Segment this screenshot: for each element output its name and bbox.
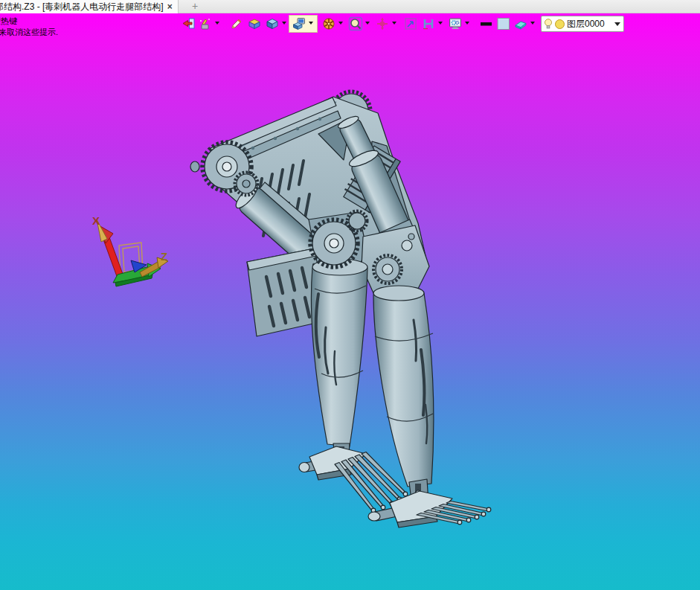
view-triad: X Z <box>92 214 168 286</box>
render-display-dropdown-arrow[interactable] <box>465 22 469 25</box>
layer-color-icon <box>555 19 565 29</box>
layer-eraser-button[interactable] <box>513 16 528 31</box>
display-mode-dropdown-arrow[interactable] <box>309 22 313 25</box>
document-tab[interactable]: 部结构.Z3 - [毒刺机器人电动行走腿部结构] × <box>0 0 179 13</box>
left-shin <box>311 259 367 446</box>
line-width-button[interactable] <box>479 16 494 31</box>
hint-text-line2: 来取消这些提示. <box>0 27 58 38</box>
cad-application-window: X Z <box>0 0 700 590</box>
shaded-cube-dropdown-arrow[interactable] <box>282 22 286 25</box>
frame-arrow-button[interactable] <box>403 16 418 31</box>
layer-eraser-dropdown-arrow[interactable] <box>530 22 535 25</box>
render-display-button[interactable] <box>448 16 463 31</box>
point-target-button[interactable] <box>375 16 390 31</box>
layer-selector[interactable]: 图层0000 <box>541 16 624 32</box>
shaded-cube-button[interactable] <box>265 16 280 31</box>
triad-z-label: Z <box>161 250 167 263</box>
zoom-box-dropdown-arrow[interactable] <box>365 22 370 25</box>
layer-dropdown-arrow[interactable] <box>613 17 622 31</box>
layer-name: 图层0000 <box>567 18 613 31</box>
section-beam-dropdown-arrow[interactable] <box>438 22 443 25</box>
display-mode-button[interactable] <box>292 16 306 31</box>
zoom-box-button[interactable] <box>348 16 363 31</box>
tab-title: 部结构.Z3 - [毒刺机器人电动行走腿部结构] <box>0 1 164 13</box>
tab-close-button[interactable]: × <box>167 1 173 12</box>
entity-color-button[interactable] <box>496 16 511 31</box>
viewport-3d[interactable]: X Z <box>0 0 700 590</box>
sketch-pencil-button[interactable] <box>229 16 244 31</box>
view-wheel-dropdown-arrow[interactable] <box>338 22 343 25</box>
new-tab-button[interactable]: + <box>187 0 202 13</box>
point-target-dropdown-arrow[interactable] <box>392 22 396 25</box>
right-shin <box>373 286 434 487</box>
exit-workspace-button[interactable] <box>182 16 196 31</box>
section-beam-button[interactable] <box>421 16 436 31</box>
triad-x-label: X <box>92 214 100 227</box>
solid-box-button[interactable] <box>247 16 262 31</box>
tab-bar: 部结构.Z3 - [毒刺机器人电动行走腿部结构] × + <box>0 0 700 13</box>
tool-palette-dropdown-arrow[interactable] <box>215 22 219 25</box>
bulb-icon <box>543 17 553 31</box>
tool-palette-button[interactable] <box>198 16 213 31</box>
robot-leg-model[interactable] <box>190 92 491 528</box>
hint-text-line1: 置热键 <box>0 16 17 27</box>
view-wheel-button[interactable] <box>321 16 336 31</box>
